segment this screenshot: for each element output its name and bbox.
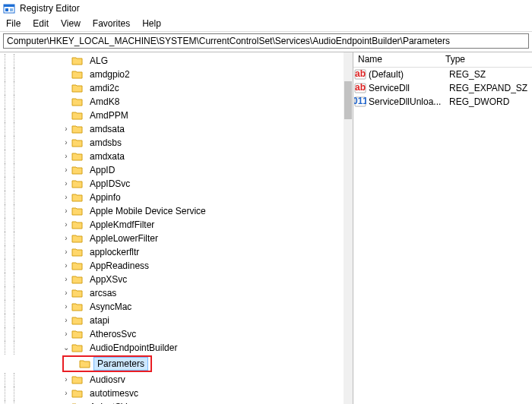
- tree-item[interactable]: ⌄AudioEndpointBuilder: [0, 341, 344, 355]
- menu-help[interactable]: Help: [136, 17, 167, 31]
- tree-item[interactable]: amdgpio2: [0, 68, 344, 81]
- tree-item[interactable]: ›Apple Mobile Device Service: [0, 204, 344, 218]
- chevron-right-icon[interactable]: ›: [61, 248, 71, 256]
- registry-tree[interactable]: ALGamdgpio2amdi2cAmdK8AmdPPM›amdsata›amd…: [0, 52, 344, 404]
- tree-item-label[interactable]: AppIDSvc: [87, 178, 133, 190]
- tree-item[interactable]: AmdK8: [0, 95, 344, 109]
- chevron-right-icon[interactable]: ›: [61, 194, 71, 201]
- svg-rect-2: [5, 8, 8, 11]
- tree-item-label[interactable]: Appinfo: [87, 191, 124, 204]
- chevron-right-icon[interactable]: ›: [61, 153, 71, 160]
- tree-item-label[interactable]: amdgpio2: [87, 68, 133, 80]
- tree-item-label[interactable]: AppXSvc: [87, 273, 130, 286]
- tree-item-label[interactable]: AmdPPM: [87, 109, 131, 122]
- tree-guideline: [9, 191, 18, 204]
- tree-item[interactable]: ›Audiosrv: [0, 373, 344, 387]
- tree-guideline: [9, 136, 18, 150]
- scroll-thumb[interactable]: [344, 81, 352, 119]
- chevron-right-icon[interactable]: ›: [61, 139, 71, 147]
- folder-icon: [71, 260, 84, 272]
- chevron-right-icon[interactable]: ›: [61, 276, 71, 283]
- tree-item[interactable]: ›AppleLowerFilter: [0, 232, 344, 245]
- tree-item-label[interactable]: AppleKmdfFilter: [87, 219, 157, 231]
- tree-guideline: [9, 81, 18, 95]
- menu-file[interactable]: File: [0, 17, 27, 31]
- tree-item[interactable]: ›AtherosSvc: [0, 327, 344, 341]
- tree-item-label[interactable]: amdi2c: [87, 82, 122, 94]
- chevron-right-icon[interactable]: ›: [61, 317, 71, 324]
- value-row[interactable]: abServiceDllREG_EXPAND_SZ: [353, 81, 532, 95]
- tree-item-label[interactable]: AsyncMac: [87, 301, 135, 313]
- chevron-right-icon[interactable]: ›: [61, 166, 71, 174]
- tree-item[interactable]: ›autotimesvc: [0, 387, 344, 400]
- tree-item[interactable]: ALG: [0, 54, 344, 68]
- tree-item-label[interactable]: AtherosSvc: [87, 328, 139, 340]
- tree-item[interactable]: ›AxInstSV: [0, 400, 344, 404]
- tree-guideline: [0, 314, 9, 327]
- chevron-right-icon[interactable]: ›: [61, 390, 71, 397]
- tree-item[interactable]: ›AppReadiness: [0, 259, 344, 273]
- tree-item[interactable]: ›atapi: [0, 314, 344, 327]
- tree-item-label[interactable]: amdsata: [87, 123, 128, 135]
- tree-item-label[interactable]: AppReadiness: [87, 260, 152, 272]
- chevron-right-icon[interactable]: ›: [61, 303, 71, 311]
- tree-item[interactable]: ›AppXSvc: [0, 273, 344, 286]
- column-name[interactable]: Name: [353, 52, 441, 67]
- tree-item-label[interactable]: Apple Mobile Device Service: [87, 205, 209, 217]
- tree-item-label[interactable]: AppID: [87, 164, 118, 176]
- tree-guideline: [0, 286, 9, 300]
- menu-favorites[interactable]: Favorites: [87, 17, 136, 31]
- tree-item-label[interactable]: AudioEndpointBuilder: [87, 342, 180, 354]
- chevron-right-icon[interactable]: ›: [61, 262, 71, 270]
- tree-guideline: [0, 373, 9, 387]
- tree-guideline: [9, 177, 18, 191]
- tree-item[interactable]: amdi2c: [0, 81, 344, 95]
- tree-item-label[interactable]: applockerfltr: [87, 246, 142, 258]
- tree-item-label[interactable]: arcsas: [87, 287, 119, 299]
- tree-item[interactable]: ›AppID: [0, 163, 344, 177]
- tree-item[interactable]: Parameters: [64, 357, 150, 371]
- tree-item[interactable]: ›applockerfltr: [0, 245, 344, 259]
- tree-item[interactable]: ›amdsata: [0, 122, 344, 136]
- tree-item[interactable]: ›AppleKmdfFilter: [0, 218, 344, 232]
- folder-icon: [71, 232, 84, 245]
- tree-item-label[interactable]: amdxata: [87, 150, 128, 163]
- chevron-right-icon[interactable]: ›: [61, 330, 71, 338]
- tree-item-label[interactable]: Audiosrv: [87, 374, 128, 386]
- tree-item-label[interactable]: AppleLowerFilter: [87, 232, 161, 245]
- tree-item[interactable]: ›amdsbs: [0, 136, 344, 150]
- tree-item-label[interactable]: AmdK8: [87, 96, 122, 108]
- chevron-right-icon[interactable]: ›: [61, 207, 71, 215]
- vertical-scrollbar[interactable]: [344, 52, 353, 404]
- tree-item[interactable]: ›arcsas: [0, 286, 344, 300]
- tree-item[interactable]: ›AppIDSvc: [0, 177, 344, 191]
- chevron-right-icon[interactable]: ›: [61, 235, 71, 242]
- chevron-right-icon[interactable]: ›: [61, 221, 71, 229]
- tree-guideline: [0, 109, 9, 122]
- value-row[interactable]: ab(Default)REG_SZ: [353, 68, 532, 81]
- chevron-right-icon[interactable]: ›: [61, 289, 71, 297]
- tree-item-label[interactable]: ALG: [87, 55, 111, 67]
- column-type[interactable]: Type: [441, 52, 532, 67]
- tree-guideline: [9, 341, 18, 355]
- chevron-right-icon[interactable]: ›: [61, 180, 71, 188]
- tree-item[interactable]: AmdPPM: [0, 109, 344, 122]
- tree-item[interactable]: ›AsyncMac: [0, 300, 344, 314]
- value-row[interactable]: 011ServiceDllUnloa...REG_DWORD: [353, 95, 532, 109]
- chevron-right-icon[interactable]: ›: [61, 376, 71, 383]
- tree-guideline: [0, 81, 9, 95]
- tree-item-label[interactable]: autotimesvc: [87, 387, 141, 399]
- folder-icon: [71, 191, 84, 204]
- tree-item-label[interactable]: amdsbs: [87, 137, 125, 149]
- menu-bar: File Edit View Favorites Help: [0, 17, 532, 32]
- chevron-right-icon[interactable]: ›: [61, 125, 71, 133]
- address-bar[interactable]: Computer\HKEY_LOCAL_MACHINE\SYSTEM\Curre…: [3, 33, 529, 49]
- tree-item-label[interactable]: AxInstSV: [87, 401, 130, 404]
- tree-item-label[interactable]: Parameters: [94, 358, 147, 370]
- tree-item-label[interactable]: atapi: [87, 314, 112, 327]
- menu-edit[interactable]: Edit: [27, 17, 55, 31]
- menu-view[interactable]: View: [55, 17, 87, 31]
- tree-item[interactable]: ›amdxata: [0, 150, 344, 163]
- tree-item[interactable]: ›Appinfo: [0, 191, 344, 204]
- chevron-down-icon[interactable]: ⌄: [61, 344, 71, 352]
